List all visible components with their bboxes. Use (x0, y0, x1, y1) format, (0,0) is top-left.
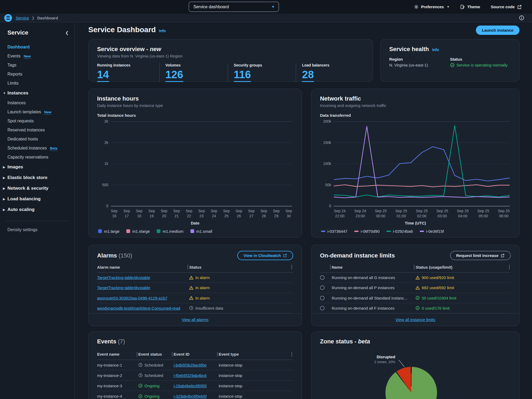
column-header-alarm-name[interactable]: Alarm name (97, 265, 189, 269)
request-limit-increase-button[interactable]: Request limit increase (450, 251, 511, 260)
bar-sep-19[interactable] (149, 204, 158, 206)
instance-hours-legend: m1.largem1.xlargem1.mediumm1.small (98, 229, 293, 234)
bar-sep-30[interactable] (280, 204, 289, 206)
bar-sep-28[interactable] (256, 204, 265, 206)
density-settings-link[interactable]: Density settings (7, 226, 74, 234)
line-series-i-03736447[interactable] (334, 147, 510, 181)
legend-swatch (354, 231, 359, 232)
metric-running-instances: Running instances 14 (97, 63, 159, 82)
bar-sep-27[interactable] (245, 204, 254, 206)
section-auto-scaling[interactable]: ▶Auto scaling (3, 204, 74, 215)
info-icon[interactable] (519, 15, 524, 20)
sidebar-item-spot-requests[interactable]: Spot requests (7, 117, 74, 126)
legend-item[interactable]: i-06f70d90 (354, 229, 380, 234)
legend-item[interactable]: i-02924ba6 (386, 229, 413, 234)
bar-sep-26[interactable] (233, 204, 242, 206)
legend-item[interactable]: i-0e36f15f (420, 229, 444, 234)
event-id-link[interactable]: i-29ab4bebc6f05f3 (173, 384, 219, 388)
row-radio[interactable] (320, 275, 325, 280)
legend-item[interactable]: i-03736447 (321, 229, 347, 234)
section-images[interactable]: ▶Images (3, 162, 74, 172)
section-load-balancing[interactable]: ▶Load balancing (3, 194, 74, 204)
legend-item[interactable]: m1.small (190, 229, 212, 234)
row-radio[interactable] (320, 306, 325, 310)
column-header-status[interactable]: Status (usage/limit) (415, 265, 511, 269)
event-id-link[interactable]: i-b4b5f3b29ac6f0e (173, 363, 219, 367)
event-id-link[interactable]: i-f0eb5f329ab4bc6 (173, 373, 219, 378)
bar-sep-24[interactable] (209, 204, 218, 206)
column-header-event-name[interactable]: Event name (97, 352, 138, 356)
section-network-security[interactable]: ▶Network & security (3, 183, 74, 194)
bar-sep-25[interactable] (221, 204, 230, 206)
nav-menu-button[interactable] (4, 14, 12, 22)
legend-item[interactable]: m1.medium (157, 229, 183, 234)
column-header-event-status[interactable]: Event status (138, 352, 174, 356)
volumes-count-link[interactable]: 126 (165, 68, 183, 82)
column-header-event-type[interactable]: Event type (219, 352, 293, 356)
sidebar-item-reports[interactable]: Reports (7, 70, 74, 79)
chevron-down-icon: ▼ (271, 5, 275, 9)
health-title: Service health Info (389, 46, 511, 53)
dashboard-select[interactable]: Service dashboard ▼ (189, 2, 279, 12)
event-id-link[interactable]: i-329ab4bc6f0eb5f (173, 394, 219, 398)
column-header-name[interactable]: Name (332, 265, 415, 269)
metric-security-groups: Security groups 116 (228, 63, 296, 82)
security-groups-count-link[interactable]: 116 (234, 68, 251, 82)
sidebar-item-tags[interactable]: Tags (7, 61, 74, 70)
alarm-name-link[interactable]: awsdynamodb-test0mark0test-Consumed-read (97, 306, 189, 310)
bar-sep-20[interactable] (161, 204, 170, 206)
launch-instance-button[interactable]: Launch instance (476, 26, 519, 35)
section-instances[interactable]: ▼ Instances (3, 88, 74, 98)
x-axis-tick-label: Sep 2501:00 (395, 209, 407, 219)
view-all-instance-limits-link[interactable]: View all instance limits (396, 317, 435, 322)
sidebar-item-scheduled-instances[interactable]: Scheduled instancesBeta (7, 144, 74, 153)
page-info-link[interactable]: Info (159, 29, 166, 33)
bar-sep-16[interactable] (114, 204, 123, 206)
section-elastic-block-store[interactable]: ▶Elastic block store (3, 172, 74, 183)
line-series-i-06f70d90[interactable] (334, 185, 510, 187)
breadcrumb-service-link[interactable]: Service (16, 16, 29, 20)
column-header-event-id[interactable]: Event ID (173, 352, 219, 356)
alarm-name-link[interactable]: awsroute53-303920aa-0498-4129-a1b7 (97, 296, 189, 300)
bar-sep-23[interactable] (197, 204, 206, 206)
theme-button[interactable]: Theme (460, 5, 480, 9)
alarm-name-link[interactable]: TargetTracking-table/divstable (97, 275, 189, 280)
network-traffic-card: Network traffic Incoming and outgoing ne… (311, 89, 519, 238)
table-row: TargetTracking-table/divstable In alarm (97, 273, 293, 283)
bar-sep-22[interactable] (185, 204, 194, 206)
legend-item[interactable]: m1.large (98, 229, 119, 234)
load-balancers-count-link[interactable]: 28 (302, 68, 314, 82)
sidebar-item-limits[interactable]: Limits (7, 79, 74, 88)
sidebar-item-capacity-reservations[interactable]: Capacity reservations (7, 153, 74, 162)
zone-status-pie-chart[interactable] (385, 367, 437, 399)
column-header-status[interactable]: Status (189, 265, 293, 269)
collapse-sidebar-icon[interactable]: ❮ (65, 30, 69, 35)
sidebar-item-dashboard[interactable]: Dashboard (7, 43, 74, 52)
view-all-alarms-link[interactable]: View all alarms (182, 317, 209, 322)
row-radio[interactable] (320, 296, 325, 300)
running-instances-count-link[interactable]: 14 (97, 68, 109, 82)
health-info-link[interactable]: Info (432, 48, 439, 52)
sidebar-item-launch-templates[interactable]: Launch templatesNew (7, 107, 74, 117)
bar-sep-29[interactable] (268, 204, 277, 206)
x-axis-tick-label: Sep19 (148, 209, 155, 219)
bar-sep-21[interactable] (173, 204, 182, 206)
sidebar-item-events[interactable]: EventsNew (7, 52, 74, 61)
sidebar-item-instances[interactable]: Instances (7, 98, 74, 107)
preferences-menu[interactable]: Preferences ▼ (414, 5, 450, 9)
legend-item[interactable]: m1.xlarge (126, 229, 150, 234)
new-badge: New (44, 110, 51, 115)
instance-limits-card: On-demand instance limits Request limit … (311, 245, 519, 326)
sidebar-item-reserved-instances[interactable]: Reserved instances (7, 126, 74, 135)
line-series-i-0e36f15f[interactable] (334, 126, 510, 198)
row-radio[interactable] (320, 285, 325, 290)
legend-swatch (420, 231, 424, 232)
chevron-collapsed-icon: ▶ (3, 208, 7, 211)
bar-sep-17[interactable] (126, 204, 135, 206)
view-in-cloudwatch-button[interactable]: View in Cloudwatch (237, 251, 293, 260)
source-code-link[interactable]: Source code (491, 5, 522, 9)
sidebar-item-dedicated-hosts[interactable]: Dedicated hosts (7, 135, 74, 144)
alarm-name-link[interactable]: TargetTracking-table/divstable (97, 285, 189, 290)
success-icon (138, 384, 143, 388)
bar-sep-18[interactable] (138, 204, 147, 206)
